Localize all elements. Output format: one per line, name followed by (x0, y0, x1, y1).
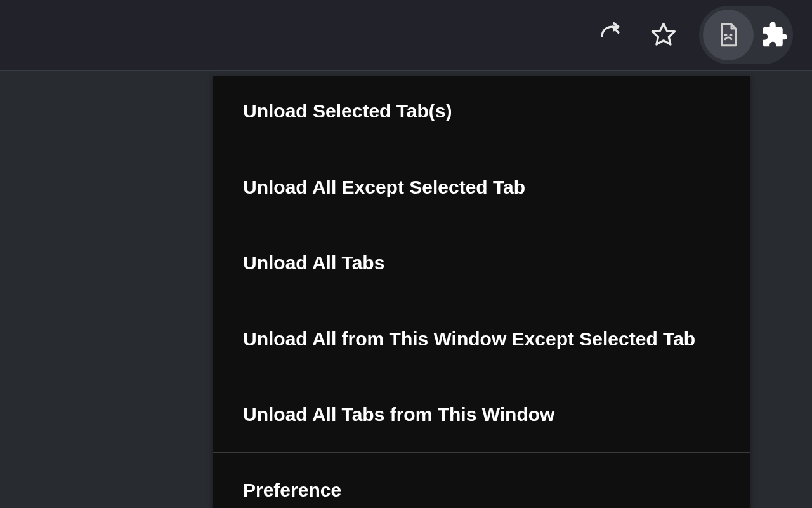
star-icon[interactable] (650, 21, 678, 49)
extension-popup: Unload Selected Tab(s) Unload All Except… (213, 76, 750, 508)
menu-preference[interactable]: Preference (213, 464, 750, 509)
menu-unload-all[interactable]: Unload All Tabs (213, 237, 750, 289)
menu-unload-window-all[interactable]: Unload All Tabs from This Window (213, 389, 750, 441)
share-icon[interactable] (596, 21, 624, 49)
active-extension-button[interactable] (703, 10, 754, 60)
menu-unload-selected[interactable]: Unload Selected Tab(s) (213, 85, 750, 137)
menu-unload-window-except-selected[interactable]: Unload All from This Window Except Selec… (213, 313, 750, 365)
puzzle-icon[interactable] (760, 21, 788, 49)
menu-divider (213, 452, 750, 453)
browser-toolbar (0, 0, 812, 71)
toolbar-actions (596, 21, 678, 49)
extensions-pill (699, 6, 793, 64)
document-icon (716, 22, 741, 48)
menu-unload-except-selected[interactable]: Unload All Except Selected Tab (213, 161, 750, 213)
